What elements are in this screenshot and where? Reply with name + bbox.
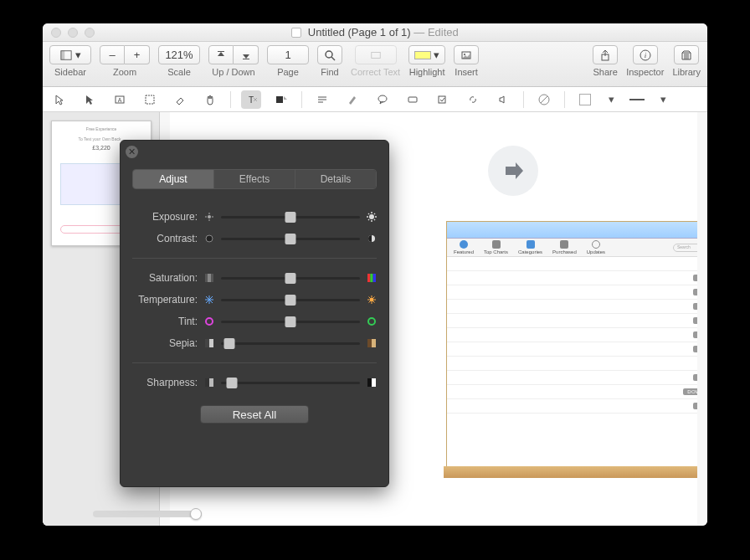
share-label: Share [593, 67, 617, 77]
page-field[interactable]: 1 [267, 45, 309, 64]
embedded-row-button: UPDATE [693, 289, 697, 295]
embedded-row-button: UPDATE [693, 303, 697, 310]
sound-tool-button[interactable] [493, 90, 513, 109]
embedded-row-button: DOWNLOAD [683, 388, 697, 395]
svg-line-27 [541, 96, 547, 103]
shape-tool-button[interactable] [271, 90, 291, 109]
zoom-label: Zoom [113, 67, 136, 77]
saturation-label: Saturation: [132, 272, 198, 284]
sharpness-slider[interactable] [221, 382, 360, 384]
svg-text:A: A [118, 97, 122, 103]
svg-line-60 [373, 301, 375, 303]
sepia-off-icon [204, 338, 214, 348]
sharpness-high-icon [367, 378, 377, 388]
insert-button[interactable] [454, 45, 479, 64]
eraser-tool-button[interactable] [170, 90, 190, 109]
sidebar-button[interactable]: ▾ [49, 45, 91, 64]
svg-point-63 [206, 318, 213, 325]
marquee-tool-button[interactable] [140, 90, 160, 109]
highlight-tool-button[interactable] [342, 90, 362, 109]
sharpness-label: Sharpness: [132, 377, 198, 388]
inspector-button[interactable]: i [633, 45, 658, 64]
embedded-row-button: INSTALL [693, 374, 697, 381]
embedded-row-button: INSTALL [693, 346, 697, 352]
reset-all-button[interactable]: Reset All [200, 405, 309, 424]
titlebar: Untitled (Page 1 of 1) — Edited [43, 23, 707, 42]
exposure-slider[interactable] [221, 216, 360, 218]
share-button[interactable] [593, 45, 618, 64]
svg-text:T: T [249, 95, 254, 105]
minimize-window-button[interactable] [68, 28, 78, 38]
tint-slider[interactable] [221, 321, 360, 323]
svg-point-43 [206, 235, 213, 242]
panel-tabs: Adjust Effects Details [132, 169, 377, 189]
insert-label: Insert [455, 67, 478, 77]
sepia-slider[interactable] [221, 342, 360, 345]
svg-rect-66 [209, 339, 213, 347]
close-window-button[interactable] [51, 28, 61, 38]
embedded-toolbar: Featured Top Charts Categories Purchased… [447, 239, 697, 257]
tab-effects[interactable]: Effects [214, 170, 295, 188]
svg-line-39 [368, 213, 369, 214]
find-button[interactable] [317, 45, 342, 64]
move-tool-button[interactable] [49, 90, 69, 109]
highlight-button[interactable]: ▾ [408, 45, 445, 64]
form-text-button[interactable] [403, 90, 423, 109]
traffic-lights [43, 28, 95, 38]
library-button[interactable] [674, 45, 699, 64]
fill-color-button[interactable] [575, 90, 595, 109]
tab-adjust[interactable]: Adjust [133, 170, 214, 188]
highlight-swatch-icon [414, 51, 431, 59]
svg-line-41 [368, 219, 369, 220]
svg-rect-47 [367, 274, 370, 282]
scroll-knob[interactable] [190, 508, 202, 520]
saturation-low-icon [204, 273, 214, 283]
scale-field[interactable]: 121% [158, 45, 200, 64]
embedded-tab-featured: Featured [454, 240, 474, 254]
form-check-button[interactable] [433, 90, 453, 109]
tint-label: Tint: [132, 316, 198, 327]
stroke-style-button[interactable] [627, 90, 647, 109]
exposure-high-icon [367, 212, 377, 222]
svg-rect-72 [372, 378, 376, 387]
saturation-slider[interactable] [221, 277, 360, 280]
temperature-warm-icon [367, 295, 377, 305]
svg-rect-48 [370, 274, 372, 282]
svg-rect-46 [208, 274, 211, 282]
page-up-button[interactable] [208, 45, 234, 64]
temperature-slider[interactable] [221, 299, 360, 301]
tab-details[interactable]: Details [295, 170, 376, 188]
embedded-search: Search [673, 244, 697, 252]
tint-magenta-icon [204, 316, 214, 326]
fill-dropdown[interactable]: ▾ [605, 90, 617, 109]
zoom-out-button[interactable]: – [100, 45, 125, 64]
embedded-row-button: UPDATE [693, 317, 697, 324]
window-title: Untitled (Page 1 of 1) — Edited [43, 26, 707, 39]
svg-point-8 [464, 54, 465, 55]
zoom-window-button[interactable] [85, 28, 95, 38]
embedded-tab-purchased: Purchased [552, 240, 577, 254]
zoom-in-button[interactable]: + [125, 45, 150, 64]
contrast-slider[interactable] [221, 238, 360, 240]
text-tool-button[interactable]: T [241, 90, 261, 109]
select-tool-button[interactable] [80, 90, 100, 109]
speech-tool-button[interactable] [372, 90, 393, 109]
link-tool-button[interactable] [463, 90, 483, 109]
embedded-row-button: UPDATE [693, 403, 697, 409]
sepia-label: Sepia: [132, 337, 198, 349]
embedded-tab-topcharts: Top Charts [484, 240, 508, 254]
embedded-list: OPEN UPDATE UPDATE UPDATE UPDATE INSTALL… [447, 257, 697, 463]
page-down-button[interactable] [234, 45, 259, 64]
horizontal-scrollbar[interactable] [93, 511, 202, 517]
panel-close-button[interactable]: ✕ [126, 146, 138, 158]
pan-tool-button[interactable] [200, 90, 220, 109]
text-select-button[interactable]: A [110, 90, 130, 109]
svg-line-40 [374, 219, 375, 220]
note-tool-button[interactable] [312, 90, 332, 109]
svg-rect-49 [373, 274, 376, 282]
stroke-dropdown[interactable]: ▾ [657, 90, 669, 109]
exposure-low-icon [204, 212, 214, 222]
no-fill-button[interactable] [534, 90, 554, 109]
edited-label: — Edited [411, 26, 459, 39]
svg-rect-2 [218, 51, 224, 52]
